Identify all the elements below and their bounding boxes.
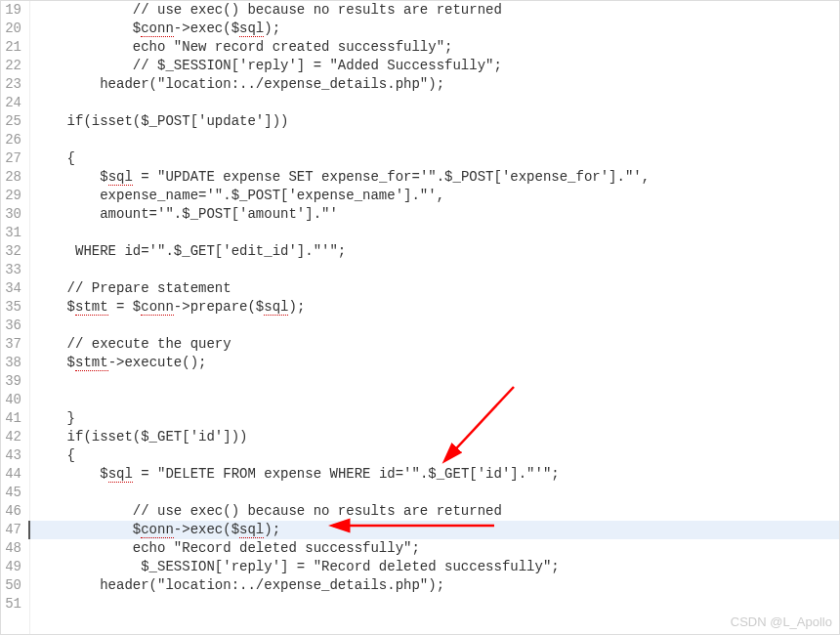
code-line[interactable]: amount='".$_POST['amount']."'	[30, 205, 839, 224]
code-line[interactable]: $conn->exec($sql);	[30, 20, 839, 38]
line-number: 43	[5, 446, 21, 465]
line-number: 26	[5, 131, 21, 149]
line-number: 44	[5, 465, 21, 484]
line-number: 51	[5, 595, 21, 614]
code-line[interactable]: {	[30, 446, 839, 465]
line-number: 24	[5, 94, 21, 112]
code-line[interactable]	[30, 131, 839, 149]
line-number: 28	[5, 168, 21, 187]
code-line[interactable]: $sql = "UPDATE expense SET expense_for='…	[30, 168, 839, 187]
code-line[interactable]: WHERE id='".$_GET['edit_id']."'";	[30, 242, 839, 261]
line-number: 31	[5, 224, 21, 242]
watermark: CSDN @L_Apollo	[731, 614, 832, 629]
code-line[interactable]	[30, 391, 839, 409]
code-line[interactable]: // $_SESSION['reply'] = "Added Successfu…	[30, 57, 839, 75]
code-editor[interactable]: 1920212223242526272829303132333435363738…	[0, 0, 840, 635]
code-line[interactable]: echo "Record deleted successfully";	[30, 539, 839, 558]
code-line[interactable]: }	[30, 409, 839, 428]
code-line[interactable]	[30, 224, 839, 242]
line-number: 29	[5, 187, 21, 205]
code-line[interactable]: $conn->exec($sql);	[28, 521, 839, 539]
line-number: 48	[5, 539, 21, 558]
line-number: 46	[5, 502, 21, 521]
line-number: 25	[5, 112, 21, 131]
line-number: 33	[5, 261, 21, 279]
code-line[interactable]: // use exec() because no results are ret…	[30, 502, 839, 521]
code-line[interactable]	[30, 261, 839, 279]
line-number: 38	[5, 354, 21, 372]
code-line[interactable]: echo "New record created successfully";	[30, 38, 839, 57]
line-number: 39	[5, 372, 21, 391]
line-number: 36	[5, 317, 21, 335]
line-number: 42	[5, 428, 21, 446]
line-number: 37	[5, 335, 21, 354]
code-line[interactable]: // Prepare statement	[30, 279, 839, 298]
line-number: 21	[5, 38, 21, 57]
line-number: 40	[5, 391, 21, 409]
code-line[interactable]: $_SESSION['reply'] = "Record deleted suc…	[30, 558, 839, 576]
line-number: 34	[5, 279, 21, 298]
line-number: 32	[5, 242, 21, 261]
line-number: 41	[5, 409, 21, 428]
code-line[interactable]: $sql = "DELETE FROM expense WHERE id='".…	[30, 465, 839, 484]
line-number: 35	[5, 298, 21, 317]
code-line[interactable]: // use exec() because no results are ret…	[30, 1, 839, 20]
line-number: 50	[5, 576, 21, 595]
code-line[interactable]	[30, 372, 839, 391]
line-number: 23	[5, 75, 21, 94]
line-number: 27	[5, 149, 21, 168]
line-number: 45	[5, 484, 21, 502]
code-line[interactable]: {	[30, 149, 839, 168]
code-line[interactable]: // execute the query	[30, 335, 839, 354]
code-line[interactable]	[30, 484, 839, 502]
line-number: 49	[5, 558, 21, 576]
code-line[interactable]: header("location:../expense_details.php"…	[30, 576, 839, 595]
code-line[interactable]	[30, 595, 839, 614]
code-line[interactable]: $stmt->execute();	[30, 354, 839, 372]
line-number-gutter: 1920212223242526272829303132333435363738…	[1, 1, 30, 634]
code-line[interactable]: if(isset($_GET['id']))	[30, 428, 839, 446]
line-number: 19	[5, 1, 21, 20]
line-number: 47	[5, 521, 21, 539]
line-number: 20	[5, 20, 21, 38]
code-line[interactable]: expense_name='".$_POST['expense_name']."…	[30, 187, 839, 205]
line-number: 22	[5, 57, 21, 75]
code-line[interactable]: $stmt = $conn->prepare($sql);	[30, 298, 839, 317]
code-line[interactable]	[30, 317, 839, 335]
code-line[interactable]	[30, 94, 839, 112]
code-line[interactable]: header("location:../expense_details.php"…	[30, 75, 839, 94]
code-area[interactable]: // use exec() because no results are ret…	[30, 1, 839, 634]
code-line[interactable]: if(isset($_POST['update']))	[30, 112, 839, 131]
line-number: 30	[5, 205, 21, 224]
